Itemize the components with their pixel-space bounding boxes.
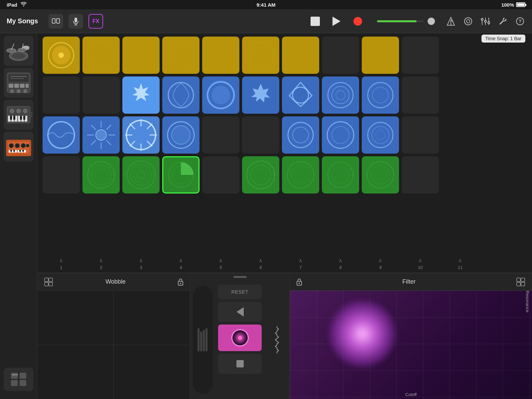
metronome-icon[interactable]: [446, 16, 456, 27]
pad-bw3-selected[interactable]: [122, 116, 160, 154]
pad-b2-empty[interactable]: [82, 76, 120, 114]
wrench-icon[interactable]: [497, 16, 508, 27]
mixer-icon[interactable]: [480, 16, 491, 27]
pad-b3-splat[interactable]: [122, 76, 160, 114]
pad-bw4[interactable]: [162, 116, 200, 154]
svg-point-125: [293, 127, 309, 143]
col-10[interactable]: ∧ 10: [402, 257, 439, 270]
left-side-knob[interactable]: [193, 286, 213, 394]
filter-lock[interactable]: [295, 278, 303, 286]
wobble-q4[interactable]: [114, 345, 190, 399]
record-button[interactable]: [350, 14, 365, 29]
sidebar-item-mpc[interactable]: [4, 68, 34, 98]
svg-rect-68: [19, 150, 21, 152]
pad-g1[interactable]: [43, 37, 80, 74]
chat-icon[interactable]: [463, 16, 473, 27]
pad-b9[interactable]: [362, 76, 399, 114]
pad-bw10-empty[interactable]: [402, 116, 439, 154]
pad-g10-empty[interactable]: [402, 37, 439, 74]
svg-rect-151: [49, 278, 53, 282]
col-11[interactable]: ∧ 11: [442, 257, 479, 270]
col-9[interactable]: ∧ 9: [362, 257, 399, 270]
pad-bw9[interactable]: [362, 116, 399, 154]
pad-b10-empty[interactable]: [402, 76, 439, 114]
help-icon[interactable]: ?: [515, 16, 525, 27]
wobble-q2[interactable]: [114, 291, 190, 345]
pad-gr8[interactable]: [322, 156, 359, 194]
stop-button2[interactable]: [218, 354, 262, 374]
pad-gr5-empty[interactable]: [202, 156, 239, 194]
pad-b7[interactable]: [282, 76, 319, 114]
drag-handle[interactable]: [233, 276, 247, 278]
pad-gr4-active[interactable]: [162, 156, 200, 194]
svg-rect-35: [20, 84, 25, 88]
vinyl-button[interactable]: [218, 325, 262, 351]
pad-g5[interactable]: [202, 37, 239, 74]
col-2[interactable]: ∧ 2: [82, 257, 120, 270]
sidebar: [0, 33, 37, 399]
pad-gr9[interactable]: [362, 156, 399, 194]
filter-panel-icon[interactable]: [515, 276, 527, 288]
pad-bw2[interactable]: [82, 116, 120, 154]
mic-btn[interactable]: [68, 14, 83, 29]
reset-button[interactable]: RESET: [218, 285, 262, 299]
play-button[interactable]: [329, 14, 344, 29]
pad-bw8[interactable]: [322, 116, 359, 154]
bottom-panels: Wobble: [37, 273, 532, 399]
pad-g3[interactable]: [122, 37, 160, 74]
col-1[interactable]: ∧ 1: [43, 257, 80, 270]
col-7[interactable]: ∧ 7: [282, 257, 319, 270]
loop-btn[interactable]: [49, 14, 63, 29]
pad-g7[interactable]: [282, 37, 319, 74]
pad-gr1-empty[interactable]: [43, 156, 80, 194]
grid-view-btn[interactable]: [4, 368, 34, 391]
pad-b8[interactable]: [322, 76, 359, 114]
pad-g9[interactable]: [362, 37, 399, 74]
pad-b4[interactable]: [162, 76, 200, 114]
filter-content[interactable]: Cutoff Resonance: [290, 291, 532, 399]
pad-g8-empty[interactable]: [322, 37, 359, 74]
pad-b1-empty[interactable]: [43, 76, 80, 114]
pad-bw6-empty[interactable]: [242, 116, 279, 154]
stop-button[interactable]: [308, 14, 323, 29]
svg-point-88: [212, 47, 229, 64]
svg-rect-157: [200, 332, 202, 351]
back-button[interactable]: [218, 302, 262, 322]
pad-bw5-empty[interactable]: [202, 116, 239, 154]
svg-point-82: [94, 48, 108, 63]
col-label-2: 2: [100, 265, 102, 270]
pad-gr7[interactable]: [282, 156, 319, 194]
pad-b6[interactable]: [242, 76, 279, 114]
filter-blob: [329, 301, 396, 367]
sidebar-item-synth[interactable]: [4, 100, 34, 130]
col-8[interactable]: ∧ 8: [322, 257, 359, 270]
wobble-content[interactable]: [37, 291, 190, 399]
col-6[interactable]: ∧ 6: [242, 257, 279, 270]
svg-point-74: [12, 374, 14, 375]
svg-point-87: [208, 43, 233, 68]
pad-bw1[interactable]: [43, 116, 80, 154]
pad-bw7[interactable]: [282, 116, 319, 154]
volume-knob[interactable]: [428, 18, 435, 25]
pad-gr10-empty[interactable]: [402, 156, 439, 194]
pad-gr3[interactable]: [122, 156, 160, 194]
sidebar-item-analog[interactable]: [4, 132, 34, 162]
pad-g2[interactable]: [82, 37, 120, 74]
col-3[interactable]: ∧ 3: [122, 257, 160, 270]
volume-bar[interactable]: [377, 20, 424, 22]
col-label-5: 5: [219, 265, 222, 270]
wobble-panel-icon[interactable]: [43, 276, 55, 288]
pad-g4[interactable]: [162, 37, 200, 74]
pad-gr6[interactable]: [242, 156, 279, 194]
pad-g6[interactable]: [242, 37, 279, 74]
fx-btn[interactable]: FX: [88, 14, 103, 29]
wobble-lock[interactable]: [177, 278, 185, 286]
pad-gr2[interactable]: [82, 156, 120, 194]
svg-point-137: [137, 171, 145, 179]
col-4[interactable]: ∧ 4: [162, 257, 200, 270]
wobble-q3[interactable]: [37, 345, 113, 399]
wobble-q1[interactable]: [37, 291, 113, 345]
pad-b5[interactable]: [202, 76, 239, 114]
sidebar-item-drums[interactable]: [4, 36, 34, 66]
col-5[interactable]: ∧ 5: [202, 257, 239, 270]
